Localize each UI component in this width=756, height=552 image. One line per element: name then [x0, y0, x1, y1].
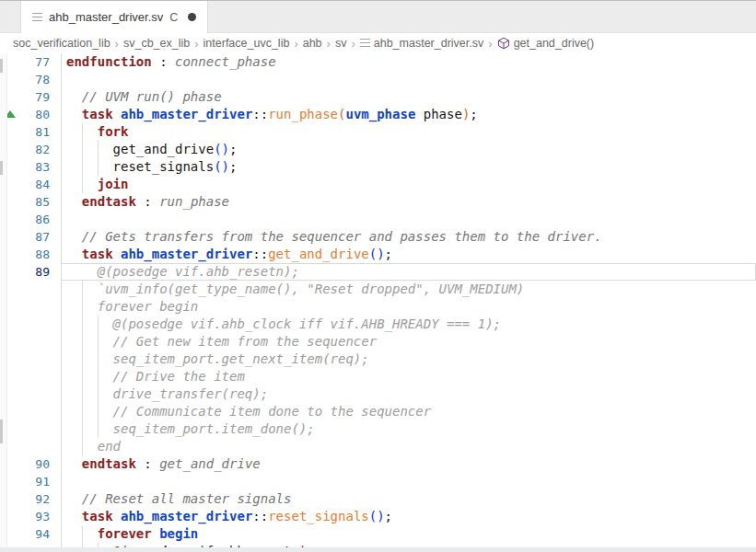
- code-line[interactable]: seq_item_port.get_next_item(req);: [0, 351, 756, 368]
- breadcrumb-item-sv-cb-ex-lib[interactable]: sv_cb_ex_lib: [123, 37, 190, 50]
- breadcrumb-symbol-label: get_and_drive(): [514, 37, 595, 50]
- breadcrumb-item-symbol[interactable]: get_and_drive(): [497, 37, 595, 50]
- chevron-right-icon: ›: [294, 37, 297, 51]
- breadcrumb-item-soc-verification-lib[interactable]: soc_verification_lib: [13, 37, 110, 50]
- breadcrumb-item-interface-uvc-lib[interactable]: interface_uvc_lib: [204, 37, 290, 50]
- code-line[interactable]: 81 fork: [0, 123, 756, 141]
- code-area[interactable]: 77endfunction : connect_phase7879 // UVM…: [0, 53, 756, 552]
- code-line[interactable]: 88 task ahb_master_driver::get_and_drive…: [0, 246, 756, 263]
- code-text: endtask : get_and_drive: [66, 455, 261, 473]
- code-line[interactable]: 89 @(posedge vif.ahb_resetn);: [0, 263, 756, 281]
- line-number[interactable]: 90: [0, 455, 50, 473]
- code-text: `uvm_info(get_type_name(), "Reset droppe…: [66, 281, 524, 298]
- code-text: task ahb_master_driver::run_phase(uvm_ph…: [66, 106, 478, 123]
- code-line[interactable]: seq_item_port.item_done();: [0, 420, 756, 438]
- chevron-right-icon: ›: [194, 37, 198, 51]
- code-line[interactable]: 91: [0, 473, 756, 490]
- file-lines-icon: [32, 13, 42, 22]
- strip-mark: [0, 59, 3, 73]
- code-text: end: [66, 438, 121, 455]
- chevron-right-icon: ›: [488, 37, 492, 51]
- tab-bar: ahb_master_driver.sv C: [0, 1, 756, 33]
- code-line[interactable]: drive_transfer(req);: [0, 385, 756, 403]
- line-number[interactable]: 92: [0, 490, 50, 508]
- tab-title: ahb_master_driver.sv: [49, 10, 163, 24]
- code-line[interactable]: // Communicate item done to the sequence…: [0, 403, 756, 420]
- chevron-right-icon: ›: [115, 37, 119, 51]
- code-text: // Drive the item: [66, 368, 245, 385]
- code-line[interactable]: forever begin: [0, 298, 756, 316]
- strip-mark: [0, 161, 3, 175]
- line-number[interactable]: 85: [0, 193, 50, 211]
- code-text: get_and_drive();: [66, 141, 237, 158]
- line-number[interactable]: 81: [0, 123, 50, 141]
- vscode-editor-window: ahb_master_driver.sv C soc_verification_…: [0, 0, 756, 552]
- code-line[interactable]: 85 endtask : run_phase: [0, 193, 756, 211]
- code-text: reset_signals();: [66, 158, 237, 176]
- code-line[interactable]: `uvm_info(get_type_name(), "Reset droppe…: [0, 281, 756, 298]
- line-number[interactable]: 93: [0, 508, 50, 525]
- line-number[interactable]: 82: [0, 141, 50, 158]
- line-number[interactable]: 78: [0, 71, 50, 88]
- code-line[interactable]: 86: [0, 211, 756, 228]
- tab-ahb-master-driver[interactable]: ahb_master_driver.sv C: [20, 1, 208, 33]
- code-text: @(posedge vif.ahb_resetn);: [66, 263, 299, 281]
- code-text: endtask : run_phase: [66, 193, 229, 211]
- code-text: fork: [66, 123, 128, 141]
- code-text: seq_item_port.item_done();: [66, 420, 315, 438]
- code-text: // Communicate item done to the sequence…: [66, 403, 431, 420]
- breadcrumb: soc_verification_lib › sv_cb_ex_lib › in…: [0, 33, 756, 53]
- code-line[interactable]: 82 get_and_drive();: [0, 141, 756, 158]
- line-number[interactable]: 89: [0, 263, 50, 281]
- code-line[interactable]: 83 reset_signals();: [0, 158, 756, 176]
- bottom-scrollbar-area[interactable]: [0, 547, 756, 552]
- code-text: join: [66, 176, 128, 193]
- chevron-right-icon: ›: [327, 37, 331, 51]
- code-line[interactable]: 79 // UVM run() phase: [0, 88, 756, 106]
- code-text: // UVM run() phase: [66, 88, 222, 106]
- line-number[interactable]: 94: [0, 525, 50, 543]
- breadcrumb-item-ahb[interactable]: ahb: [303, 37, 322, 50]
- code-line[interactable]: 80 task ahb_master_driver::run_phase(uvm…: [0, 106, 756, 123]
- line-number[interactable]: 83: [0, 158, 50, 176]
- code-line[interactable]: 93 task ahb_master_driver::reset_signals…: [0, 508, 756, 525]
- code-line[interactable]: @(posedge vif.ahb_clock iff vif.AHB_HREA…: [0, 316, 756, 333]
- symbol-method-icon: [497, 37, 510, 50]
- code-line[interactable]: 92 // Reset all master signals: [0, 490, 756, 508]
- code-text: // Reset all master signals: [66, 490, 291, 508]
- code-line[interactable]: 77endfunction : connect_phase: [0, 53, 756, 71]
- code-line[interactable]: 78: [0, 71, 756, 88]
- code-text: seq_item_port.get_next_item(req);: [66, 351, 369, 368]
- code-text: task ahb_master_driver::reset_signals();: [66, 508, 392, 525]
- code-line[interactable]: 94 forever begin: [0, 525, 756, 543]
- left-edge-strip: [0, 53, 7, 552]
- code-line[interactable]: 90 endtask : get_and_drive: [0, 455, 756, 473]
- code-text: forever begin: [66, 525, 198, 543]
- code-text: drive_transfer(req);: [66, 385, 268, 403]
- line-number[interactable]: 77: [0, 53, 50, 71]
- git-status-badge: C: [169, 11, 178, 24]
- code-line[interactable]: // Get new item from the sequencer: [0, 333, 756, 351]
- line-number[interactable]: 80: [0, 106, 50, 123]
- breadcrumb-item-file[interactable]: ahb_master_driver.sv: [360, 37, 484, 50]
- line-number[interactable]: 87: [0, 228, 50, 246]
- code-line[interactable]: 84 join: [0, 176, 756, 193]
- line-number[interactable]: 91: [0, 473, 50, 490]
- code-line[interactable]: // Drive the item: [0, 368, 756, 385]
- line-number[interactable]: 84: [0, 176, 50, 193]
- line-number[interactable]: 79: [0, 88, 50, 106]
- code-line[interactable]: 87 // Gets transfers from the sequencer …: [0, 228, 756, 246]
- line-number[interactable]: 88: [0, 246, 50, 263]
- code-text: // Get new item from the sequencer: [66, 333, 377, 351]
- chevron-right-icon: ›: [351, 37, 355, 51]
- code-text: forever begin: [66, 298, 198, 316]
- code-text: // Gets transfers from the sequencer and…: [66, 228, 602, 246]
- code-text: endfunction : connect_phase: [66, 53, 276, 71]
- line-number[interactable]: 86: [0, 211, 50, 228]
- modified-dot-icon[interactable]: [188, 13, 196, 21]
- code-line[interactable]: end: [0, 438, 756, 455]
- breadcrumb-file-label: ahb_master_driver.sv: [374, 37, 484, 50]
- strip-mark: [0, 420, 3, 443]
- editor[interactable]: 77endfunction : connect_phase7879 // UVM…: [0, 53, 756, 552]
- breadcrumb-item-sv[interactable]: sv: [335, 37, 347, 50]
